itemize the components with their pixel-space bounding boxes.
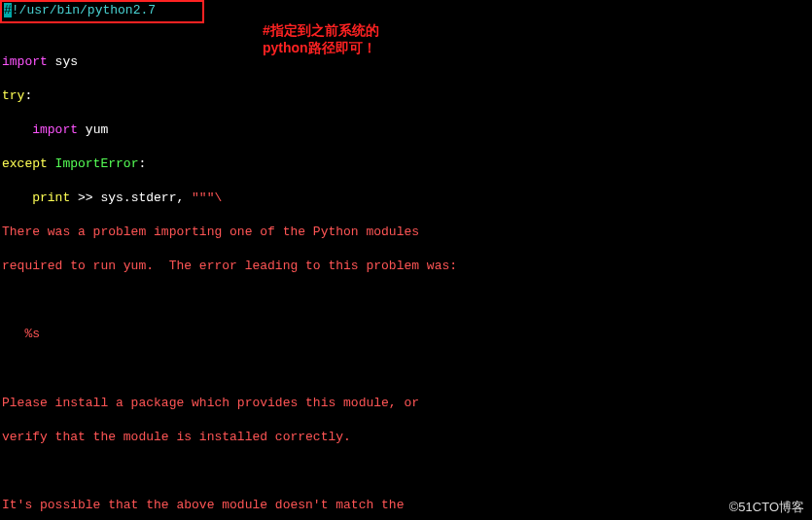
annot-line-1: #指定到之前系统的 (263, 21, 379, 39)
mod-sys: sys (48, 54, 78, 69)
kw-import: import (2, 54, 48, 69)
print-args: >> sys.stderr, (70, 191, 192, 205)
blank (2, 292, 810, 309)
shebang-highlight-box: #!/usr/bin/python2.7 (0, 0, 204, 23)
line-try: try: (2, 87, 810, 105)
kw-except: except (2, 156, 48, 171)
line-import-yum: import yum (2, 121, 810, 139)
shebang-path: !/usr/bin/python2.7 (12, 3, 156, 17)
editor-viewport[interactable]: #!/usr/bin/python2.7 import sys try: imp… (0, 0, 812, 520)
heredoc-5: verify that the module is installed corr… (2, 429, 810, 446)
indent (2, 191, 32, 205)
kw-try: try (2, 88, 24, 103)
annotation-overlay: #指定到之前系统的 python路径即可！ (263, 21, 379, 56)
triple-quote-open: """\ (192, 191, 222, 205)
line-except-importerror: except ImportError: (2, 156, 810, 173)
line-import-sys: import sys (2, 53, 810, 71)
blank (2, 360, 810, 377)
heredoc-4: Please install a package which provides … (2, 395, 810, 412)
heredoc-3: %s (2, 326, 810, 343)
colon: : (138, 156, 146, 171)
colon: : (24, 88, 32, 103)
annot-line-2: python路径即可！ (263, 39, 379, 56)
kw-import: import (32, 122, 78, 137)
watermark-text: ©51CTO博客 (729, 499, 804, 516)
kw-print: print (32, 191, 70, 205)
cursor-hash: # (4, 3, 12, 17)
heredoc-1: There was a problem importing one of the… (2, 224, 810, 241)
exc-importerror: ImportError (48, 156, 139, 171)
heredoc-2: required to run yum. The error leading t… (2, 258, 810, 275)
line-print-stderr-1: print >> sys.stderr, """\ (2, 190, 810, 207)
blank (2, 463, 810, 480)
mod-yum: yum (78, 122, 108, 137)
heredoc-6: It's possible that the above module does… (2, 497, 810, 514)
indent (2, 122, 32, 137)
